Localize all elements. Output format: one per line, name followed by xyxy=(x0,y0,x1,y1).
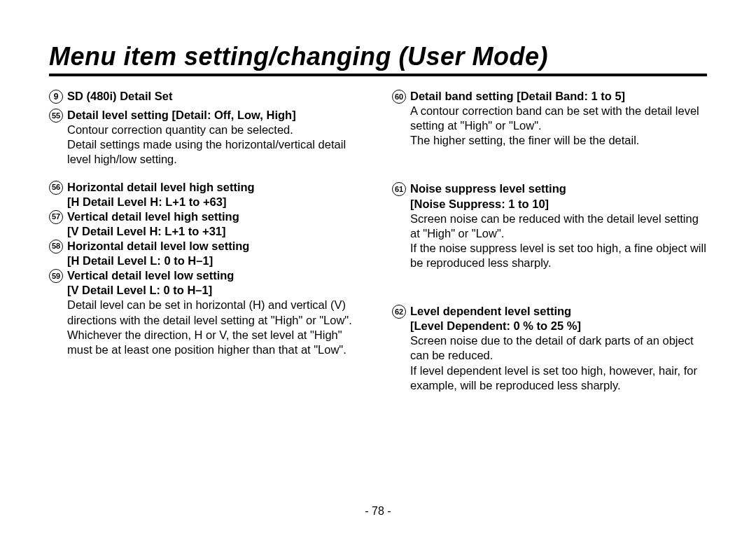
section-title: SD (480i) Detail Set xyxy=(67,89,364,104)
menu-item-59: 59 Vertical detail level low setting [V … xyxy=(49,268,364,357)
circled-number-icon: 61 xyxy=(392,182,406,196)
circled-number-icon: 62 xyxy=(392,305,406,319)
item-title: Detail band setting [Detail Band: 1 to 5… xyxy=(410,89,707,104)
item-body: Screen noise can be reduced with the det… xyxy=(392,212,707,241)
menu-item-62: 62 Level dependent level setting [Level … xyxy=(392,304,707,393)
spacer xyxy=(392,283,707,304)
item-range: [V Detail Level H: L+1 to +31] xyxy=(49,224,364,239)
menu-item-55: 55 Detail level setting [Detail: Off, Lo… xyxy=(49,108,364,167)
item-body: If the noise suppress level is set too h… xyxy=(392,241,707,270)
menu-item-60: 60 Detail band setting [Detail Band: 1 t… xyxy=(392,89,707,148)
left-column: 9 SD (480i) Detail Set 55 Detail level s… xyxy=(49,89,364,406)
item-range: [H Detail Level H: L+1 to +63] xyxy=(49,195,364,209)
item-body: A contour correction band can be set wit… xyxy=(392,104,707,133)
right-column: 60 Detail band setting [Detail Band: 1 t… xyxy=(392,89,707,406)
item-range: [H Detail Level L: 0 to H–1] xyxy=(49,254,364,268)
page-title: Menu item setting/changing (User Mode) xyxy=(49,42,707,76)
circled-number-icon: 58 xyxy=(49,240,63,254)
spacer xyxy=(392,160,707,181)
item-body: Screen noise due to the detail of dark p… xyxy=(392,333,707,363)
item-title: Vertical detail level high setting xyxy=(67,209,364,224)
menu-item-58: 58 Horizontal detail level low setting [… xyxy=(49,239,364,268)
item-title: Horizontal detail level high setting xyxy=(67,180,364,195)
page-number: - 78 - xyxy=(0,505,756,518)
circled-number-icon: 57 xyxy=(49,210,63,224)
item-range: [Noise Suppress: 1 to 10] xyxy=(392,197,707,212)
manual-page: Menu item setting/changing (User Mode) 9… xyxy=(0,0,756,533)
item-body: Detail level can be set in horizontal (H… xyxy=(49,298,364,357)
item-title: Horizontal detail level low setting xyxy=(67,239,364,254)
item-body: Detail settings made using the horizonta… xyxy=(49,137,364,167)
circled-number-icon: 60 xyxy=(392,90,406,104)
detail-level-group: 56 Horizontal detail level high setting … xyxy=(49,180,364,357)
content-columns: 9 SD (480i) Detail Set 55 Detail level s… xyxy=(49,89,707,406)
circled-number-icon: 9 xyxy=(49,90,63,104)
item-body: Contour correction quantity can be selec… xyxy=(49,123,364,137)
circled-number-icon: 55 xyxy=(49,109,63,123)
item-body: The higher setting, the finer will be th… xyxy=(392,133,707,148)
circled-number-icon: 59 xyxy=(49,269,63,283)
item-range: [Level Dependent: 0 % to 25 %] xyxy=(392,319,707,333)
item-title: Detail level setting [Detail: Off, Low, … xyxy=(67,108,364,123)
section-heading: 9 SD (480i) Detail Set xyxy=(49,89,364,104)
menu-item-61: 61 Noise suppress level setting [Noise S… xyxy=(392,181,707,270)
menu-item-56: 56 Horizontal detail level high setting … xyxy=(49,180,364,209)
item-body: If level dependent level is set too high… xyxy=(392,364,707,393)
item-range: [V Detail Level L: 0 to H–1] xyxy=(49,283,364,298)
item-title: Level dependent level setting xyxy=(410,304,707,319)
item-title: Noise suppress level setting xyxy=(410,181,707,196)
circled-number-icon: 56 xyxy=(49,181,63,195)
item-title: Vertical detail level low setting xyxy=(67,268,364,283)
menu-item-57: 57 Vertical detail level high setting [V… xyxy=(49,209,364,239)
